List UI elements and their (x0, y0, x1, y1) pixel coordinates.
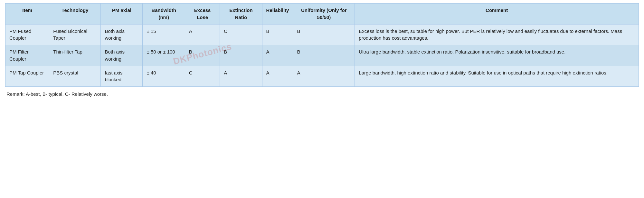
cell-extinction-ratio-2: A (220, 66, 262, 87)
header-bandwidth: Bandwidth (nm) (143, 4, 185, 25)
cell-technology-0: Fused Biconical Taper (49, 24, 101, 45)
cell-excess-lose-1: B DKPhotonics (185, 45, 220, 66)
cell-excess-lose-2: C (185, 66, 220, 87)
cell-extinction-ratio-0: C (220, 24, 262, 45)
cell-bandwidth-1: ± 50 or ± 100 (143, 45, 185, 66)
header-item: Item (5, 4, 49, 25)
cell-uniformity-2: A (293, 66, 355, 87)
cell-technology-1: Thin-filter Tap (49, 45, 101, 66)
cell-comment-0: Excess loss is the best, suitable for hi… (355, 24, 639, 45)
cell-item-1: PM Filter Coupler (5, 45, 49, 66)
header-excess-lose: Excess Lose (185, 4, 220, 25)
comparison-table: Item Technology PM axial Bandwidth (nm) … (5, 3, 639, 87)
cell-technology-2: PBS crystal (49, 66, 101, 87)
cell-extinction-ratio-1: B (220, 45, 262, 66)
header-pm-axial: PM axial (101, 4, 143, 25)
remark-text: Remark: A-best, B- typical, C- Relativel… (5, 91, 639, 97)
cell-uniformity-0: B (293, 24, 355, 45)
table-row: PM Filter Coupler Thin-filter Tap Both a… (5, 45, 639, 66)
table-row: PM Tap Coupler PBS crystal fast axis blo… (5, 66, 639, 87)
cell-item-2: PM Tap Coupler (5, 66, 49, 87)
cell-pm-axial-1: Both axis working (101, 45, 143, 66)
cell-item-0: PM Fused Coupler (5, 24, 49, 45)
cell-bandwidth-2: ± 40 (143, 66, 185, 87)
cell-excess-lose-0: A (185, 24, 220, 45)
header-reliability: Reliability (262, 4, 293, 25)
header-extinction-ratio: Extinction Ratio (220, 4, 262, 25)
cell-bandwidth-0: ± 15 (143, 24, 185, 45)
cell-comment-1: Ultra large bandwidth, stable extinction… (355, 45, 639, 66)
cell-pm-axial-2: fast axis blocked (101, 66, 143, 87)
cell-uniformity-1: B (293, 45, 355, 66)
cell-pm-axial-0: Both axis working (101, 24, 143, 45)
cell-comment-2: Large bandwidth, high extinction ratio a… (355, 66, 639, 87)
header-comment: Comment (355, 4, 639, 25)
cell-reliability-2: A (262, 66, 293, 87)
cell-reliability-0: B (262, 24, 293, 45)
table-row: PM Fused Coupler Fused Biconical Taper B… (5, 24, 639, 45)
header-technology: Technology (49, 4, 101, 25)
cell-excess-lose-1-val: B (189, 49, 192, 54)
header-uniformity: Uniformity (Only for 50/50) (293, 4, 355, 25)
cell-reliability-1: A (262, 45, 293, 66)
